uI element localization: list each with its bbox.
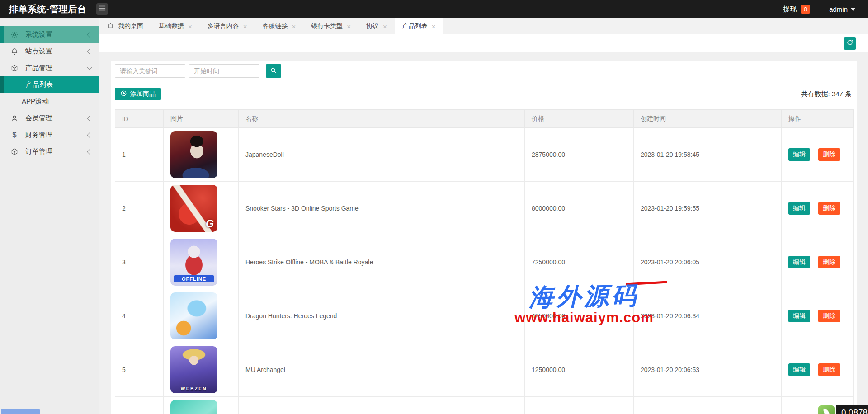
tab-multilanguage[interactable]: 多语言内容 × xyxy=(200,18,255,34)
cell-price: 4250000.00 xyxy=(525,289,634,343)
delete-button[interactable]: 删除 xyxy=(818,363,840,376)
edit-button[interactable]: 编辑 xyxy=(788,202,810,215)
cell-image xyxy=(164,397,239,414)
cell-name: Dragon Hunters: Heroes Legend xyxy=(239,289,525,343)
cell-actions: 编辑 删除 xyxy=(782,343,854,397)
cell-created: 2023-01-20 19:58:45 xyxy=(634,128,782,182)
close-icon[interactable]: × xyxy=(188,23,192,30)
chevron-left-icon xyxy=(87,32,92,37)
delete-button[interactable]: 删除 xyxy=(818,256,840,268)
sidebar-item-system-settings[interactable]: 系统设置 xyxy=(0,26,99,43)
user-menu[interactable]: admin xyxy=(829,5,855,13)
add-product-button[interactable]: 添加商品 xyxy=(115,88,161,100)
table-row xyxy=(115,397,854,414)
cell-id xyxy=(115,397,164,414)
pagination-fragment[interactable] xyxy=(1,409,40,414)
japanese-doll-app-icon xyxy=(170,131,217,178)
column-header-name: 名称 xyxy=(239,110,525,128)
snooker-stars-app-icon: G xyxy=(170,185,217,232)
table-row: 5 WEBZEN MU Archangel 1250000.00 2023-01… xyxy=(115,343,854,397)
username: admin xyxy=(829,5,848,13)
cube-icon xyxy=(10,64,19,73)
cell-name xyxy=(239,397,525,414)
column-header-image: 图片 xyxy=(164,110,239,128)
hamburger-button[interactable] xyxy=(96,3,108,15)
tab-label: 基础数据 xyxy=(159,22,184,30)
tab-label: 客服链接 xyxy=(263,22,288,30)
cell-price: 8000000.00 xyxy=(525,182,634,235)
sidebar-item-order-management[interactable]: 订单管理 xyxy=(0,143,99,160)
sidebar-item-site-settings[interactable]: 站点设置 xyxy=(0,43,99,60)
edit-button[interactable]: 编辑 xyxy=(788,256,810,268)
tab-service-links[interactable]: 客服链接 × xyxy=(255,18,304,34)
cube-icon xyxy=(10,147,19,156)
edit-button[interactable]: 编辑 xyxy=(788,310,810,322)
withdraw-link[interactable]: 提现 0 xyxy=(783,5,810,14)
cell-price: 2875000.00 xyxy=(525,128,634,182)
cell-price: 7250000.00 xyxy=(525,235,634,289)
withdraw-label: 提现 xyxy=(783,5,797,14)
tab-label: 多语言内容 xyxy=(208,22,239,30)
sidebar-item-product-management[interactable]: 产品管理 xyxy=(0,60,99,76)
cell-id: 5 xyxy=(115,343,164,397)
refresh-icon xyxy=(846,39,854,48)
close-icon[interactable]: × xyxy=(292,23,296,30)
cell-actions: 编辑 删除 xyxy=(782,128,854,182)
leaf-icon xyxy=(818,405,835,414)
tab-label: 我的桌面 xyxy=(118,22,143,30)
tab-basic-data[interactable]: 基础数据 × xyxy=(151,18,200,34)
sidebar-item-label: 产品管理 xyxy=(25,64,52,72)
delete-button[interactable]: 删除 xyxy=(818,310,840,322)
keyword-input[interactable] xyxy=(115,64,185,78)
cell-created: 2023-01-20 20:06:34 xyxy=(634,289,782,343)
main-content: 我的桌面 基础数据 × 多语言内容 × 客服链接 × 银行卡类型 × 协议 × xyxy=(99,18,868,414)
sidebar-item-finance-management[interactable]: $ 财务管理 xyxy=(0,127,99,143)
close-icon[interactable]: × xyxy=(432,23,436,30)
dragon-hunters-app-icon xyxy=(170,292,217,339)
sidebar-item-label: APP滚动 xyxy=(22,97,49,106)
table-row: 1 JapaneseDoll 2875000.00 2023-01-20 19:… xyxy=(115,128,854,182)
mu-archangel-app-icon: WEBZEN xyxy=(170,346,217,393)
delete-button[interactable]: 删除 xyxy=(818,148,840,161)
sidebar-item-member-management[interactable]: 会员管理 xyxy=(0,110,99,127)
search-icon xyxy=(270,67,277,75)
plus-circle-icon xyxy=(120,90,127,98)
chevron-left-icon xyxy=(87,149,92,154)
table-row: 2 G Snooker Stars - 3D Online Sports Gam… xyxy=(115,182,854,235)
table-row: 3 OFFLINE Heroes Strike Offline - MOBA &… xyxy=(115,235,854,289)
tab-bar: 我的桌面 基础数据 × 多语言内容 × 客服链接 × 银行卡类型 × 协议 × xyxy=(99,18,868,34)
sidebar: 系统设置 站点设置 产品管理 产品列表 APP滚动 会员管理 xyxy=(0,18,99,414)
cell-id: 2 xyxy=(115,182,164,235)
tab-product-list[interactable]: 产品列表 × xyxy=(395,18,443,34)
edit-button[interactable]: 编辑 xyxy=(788,363,810,376)
column-header-price: 价格 xyxy=(525,110,634,128)
withdraw-count-badge: 0 xyxy=(801,5,810,14)
sidebar-item-label: 站点设置 xyxy=(25,47,52,56)
cell-id: 3 xyxy=(115,235,164,289)
cell-id: 4 xyxy=(115,289,164,343)
cell-created xyxy=(634,397,782,414)
edit-button[interactable]: 编辑 xyxy=(788,148,810,161)
search-button[interactable] xyxy=(266,64,281,78)
tab-label: 银行卡类型 xyxy=(311,22,343,30)
filter-row xyxy=(115,64,854,78)
sidebar-item-app-scroll[interactable]: APP滚动 xyxy=(0,93,99,110)
start-time-input[interactable] xyxy=(189,64,259,78)
sidebar-item-label: 财务管理 xyxy=(25,131,52,139)
tab-my-desktop[interactable]: 我的桌面 xyxy=(99,18,151,34)
tab-label: 协议 xyxy=(366,22,379,30)
tab-bank-card-types[interactable]: 银行卡类型 × xyxy=(303,18,359,34)
close-icon[interactable]: × xyxy=(243,23,247,30)
cell-actions: 编辑 删除 xyxy=(782,182,854,235)
person-icon xyxy=(10,114,19,123)
close-icon[interactable]: × xyxy=(347,23,351,30)
delete-button[interactable]: 删除 xyxy=(818,202,840,215)
close-icon[interactable]: × xyxy=(383,23,387,30)
sidebar-item-product-list[interactable]: 产品列表 xyxy=(0,76,99,93)
cell-name: Heroes Strike Offline - MOBA & Battle Ro… xyxy=(239,235,525,289)
sidebar-item-label: 系统设置 xyxy=(25,30,52,39)
column-header-id: ID xyxy=(115,110,164,128)
tab-agreement[interactable]: 协议 × xyxy=(359,18,395,34)
cell-name: Snooker Stars - 3D Online Sports Game xyxy=(239,182,525,235)
refresh-button[interactable] xyxy=(844,37,856,50)
